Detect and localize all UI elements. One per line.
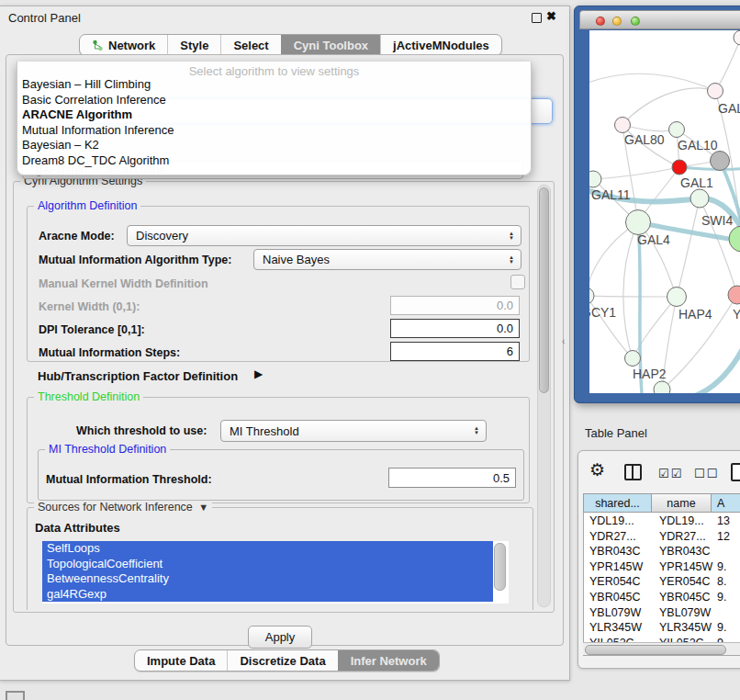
cell: YDR27... — [589, 530, 636, 543]
attribute-item-selected[interactable]: SelfLoops — [42, 541, 493, 557]
node-label: GAL — [718, 101, 740, 116]
tab-jactivemnodules[interactable]: jActiveMNodules — [380, 35, 501, 55]
docked-panel-icon[interactable] — [6, 691, 25, 700]
hub-section-label: Hub/Transcription Factor Definition — [38, 369, 238, 383]
node-gray[interactable] — [711, 152, 730, 171]
tab-label: Network — [108, 39, 155, 52]
algorithm-option[interactable]: Dream8 DC_TDC Algorithm — [22, 153, 169, 167]
node-hap4[interactable] — [667, 288, 687, 307]
export-table-icon[interactable] — [731, 463, 740, 481]
minimize-traffic-light-icon[interactable] — [612, 17, 622, 26]
tab-style[interactable]: Style — [167, 35, 220, 55]
table-row[interactable]: YLR345WYLR345W9. — [583, 620, 740, 636]
control-panel-window: Control Panel ✖ Network Style Select Cyn… — [0, 6, 570, 681]
table-row-clipped[interactable]: YIL052CYIL052C9 — [583, 636, 740, 642]
manual-kernel-checkbox[interactable] — [510, 275, 525, 289]
tab-infer-network[interactable]: Infer Network — [338, 650, 439, 671]
splitter-handle[interactable]: ‹ — [562, 336, 565, 346]
node-hap2[interactable] — [625, 351, 641, 367]
network-graph: GAL GAL80 GAL10 GAL1 GAL11 SWI4 GAL4 GCY… — [589, 30, 740, 393]
tab-cyni-toolbox[interactable]: Cyni Toolbox — [281, 35, 380, 55]
expand-arrow-icon[interactable]: ▶ — [254, 367, 263, 380]
cell: YDL19... — [659, 514, 704, 527]
node-label: GAL80 — [624, 132, 665, 147]
mi-algorithm-type-combobox[interactable]: Naive Bayes ▲▼ — [253, 249, 521, 270]
dpi-tolerance-input[interactable] — [390, 319, 520, 338]
cell: YDL19... — [589, 514, 634, 527]
table-row[interactable]: YBR045CYBR045C9. — [583, 590, 740, 605]
tab-discretize-data[interactable]: Discretize Data — [227, 650, 337, 671]
tab-label: jActiveMNodules — [393, 39, 489, 52]
tab-select[interactable]: Select — [220, 35, 280, 55]
collapse-arrow-icon[interactable]: ▼ — [196, 502, 208, 513]
node-gal1-red[interactable] — [672, 160, 687, 175]
apply-button[interactable]: Apply — [248, 626, 312, 649]
node[interactable] — [708, 84, 723, 99]
algorithm-option-selected[interactable]: ARACNE Algorithm — [22, 107, 132, 121]
algorithm-option[interactable]: Bayesian – K2 — [22, 138, 99, 152]
cell: YBR045C — [589, 591, 641, 604]
table-row[interactable]: YDR27...YDR27...12 — [583, 529, 740, 545]
columns-icon[interactable] — [624, 464, 642, 480]
cell: YIL052C — [659, 637, 704, 642]
attribute-item-selected[interactable]: BetweennessCentrality — [42, 571, 493, 587]
table-row[interactable]: YER054CYER054C8. — [583, 574, 740, 590]
table-row[interactable]: YBL079WYBL079W — [583, 605, 740, 621]
cell: 9. — [717, 560, 726, 573]
node[interactable] — [734, 30, 740, 45]
node[interactable] — [654, 381, 670, 393]
node-swi4[interactable] — [690, 189, 709, 208]
cell: 9 — [717, 637, 723, 642]
node-gal4[interactable] — [626, 210, 651, 235]
algorithm-option[interactable]: Basic Correlation Inference — [22, 93, 166, 107]
kernel-width-input[interactable] — [390, 296, 520, 315]
tab-network[interactable]: Network — [80, 35, 167, 55]
column-header-partial[interactable]: A — [712, 493, 740, 513]
tab-label: Style — [180, 39, 208, 52]
table-row[interactable]: YBR043CYBR043C — [583, 544, 740, 559]
settings-scrollbar[interactable] — [537, 185, 551, 607]
node-gal80[interactable] — [615, 118, 631, 133]
network-canvas[interactable]: GAL GAL80 GAL10 GAL1 GAL11 SWI4 GAL4 GCY… — [589, 30, 740, 393]
mi-threshold-input[interactable] — [388, 468, 516, 488]
float-window-icon[interactable] — [532, 13, 542, 23]
spinner-arrows-icon: ▲▼ — [509, 231, 514, 241]
cell: 8. — [717, 575, 726, 588]
node-gal10[interactable] — [669, 122, 685, 138]
deselect-all-checkboxes-icon[interactable]: ☐☐ — [694, 467, 719, 480]
close-traffic-light-icon[interactable] — [596, 17, 605, 26]
attribute-item-selected[interactable]: gal4RGexp — [42, 587, 493, 603]
mi-steps-input[interactable] — [390, 342, 520, 361]
node-gal11[interactable] — [589, 171, 601, 187]
column-header-shared-name[interactable]: shared... — [583, 493, 652, 513]
column-header-name[interactable]: name — [652, 493, 712, 513]
table-row[interactable]: YDL19...YDL19...13 — [583, 514, 740, 529]
table-row[interactable]: YPR145WYPR145W9. — [583, 559, 740, 575]
cell: YER054C — [659, 575, 711, 588]
gear-icon[interactable]: ⚙ — [589, 459, 605, 480]
zoom-traffic-light-icon[interactable] — [631, 17, 640, 26]
cell: 9. — [717, 591, 726, 604]
aracne-mode-combobox[interactable]: Discovery ▲▼ — [127, 225, 521, 246]
algorithm-option[interactable]: Bayesian – Hill Climbing — [22, 77, 151, 91]
sources-title: Sources for Network Inference — [38, 501, 193, 514]
algorithm-option[interactable]: Mutual Information Inference — [22, 123, 174, 137]
node-gcy1[interactable] — [589, 288, 594, 304]
aracne-mode-label: Aracne Mode: — [39, 230, 115, 243]
control-panel-tabbar: Network Style Select Cyni Toolbox jActiv… — [79, 34, 502, 56]
close-icon[interactable]: ✖ — [546, 9, 556, 23]
node-bright-green[interactable] — [729, 226, 740, 252]
tab-label: Select — [233, 39, 268, 52]
select-all-checkboxes-icon[interactable]: ☑☑ — [658, 467, 683, 480]
attribute-item-selected[interactable]: TopologicalCoefficient — [42, 557, 493, 572]
node-salmon[interactable] — [728, 286, 740, 304]
table-horizontal-scrollbar-thumb[interactable] — [585, 645, 726, 655]
network-window-titlebar[interactable] — [579, 10, 740, 29]
settings-scrollbar-thumb[interactable] — [539, 187, 549, 393]
tab-impute-data[interactable]: Impute Data — [135, 650, 227, 671]
mi-algorithm-type-value: Naive Bayes — [263, 253, 330, 266]
attribute-list-scrollbar[interactable] — [494, 543, 506, 591]
table-horizontal-scrollbar[interactable] — [583, 642, 740, 655]
cell: YBR043C — [659, 545, 711, 558]
which-threshold-combobox[interactable]: MI Threshold ▲▼ — [220, 420, 487, 442]
